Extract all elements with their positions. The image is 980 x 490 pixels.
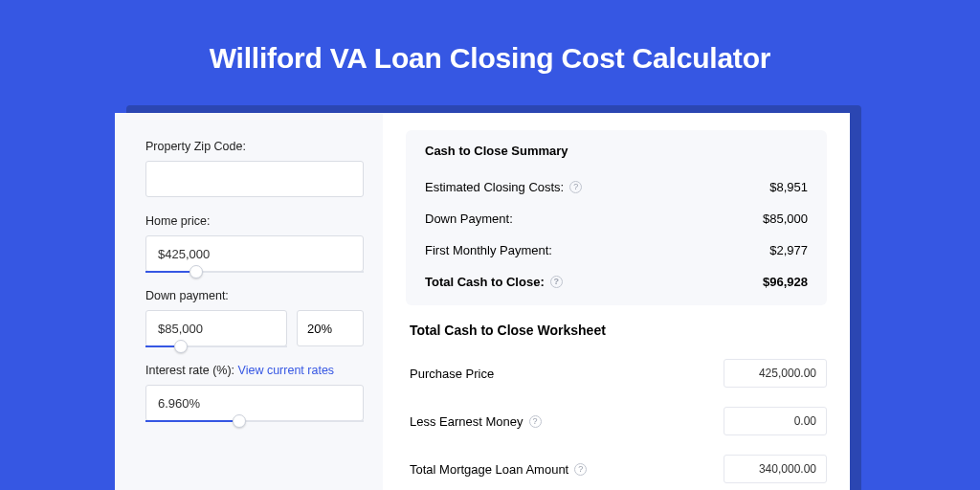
zip-label: Property Zip Code: xyxy=(145,140,364,153)
interest-rate-label: Interest rate (%): View current rates xyxy=(145,364,364,377)
home-price-slider[interactable] xyxy=(145,235,364,272)
interest-rate-field: Interest rate (%): View current rates xyxy=(145,364,364,421)
summary-total-label: Total Cash to Close: xyxy=(425,275,545,289)
summary-panel: Cash to Close Summary Estimated Closing … xyxy=(406,130,827,305)
interest-rate-label-text: Interest rate (%): xyxy=(145,364,234,377)
zip-field: Property Zip Code: xyxy=(145,140,364,197)
summary-row: Down Payment: $85,000 xyxy=(425,203,808,234)
worksheet-row-label: Total Mortgage Loan Amount xyxy=(410,462,568,477)
worksheet-row-label: Less Earnest Money xyxy=(410,414,523,429)
down-payment-label: Down payment: xyxy=(145,289,364,302)
help-icon[interactable]: ? xyxy=(550,276,563,288)
results-panel: Cash to Close Summary Estimated Closing … xyxy=(383,113,850,490)
down-payment-input[interactable] xyxy=(145,310,287,346)
summary-row-value: $8,951 xyxy=(769,180,808,194)
summary-total-value: $96,928 xyxy=(763,275,808,289)
summary-total-row: Total Cash to Close: ? $96,928 xyxy=(425,266,808,298)
slider-fill xyxy=(145,345,174,347)
calculator-card: Property Zip Code: Home price: Down paym… xyxy=(115,113,850,490)
down-payment-pct-input[interactable] xyxy=(297,310,364,346)
help-icon[interactable]: ? xyxy=(569,181,582,193)
summary-row-label: First Monthly Payment: xyxy=(425,243,552,257)
slider-thumb[interactable] xyxy=(233,414,246,428)
summary-row: Estimated Closing Costs: ? $8,951 xyxy=(425,171,808,203)
home-price-field: Home price: xyxy=(145,214,364,272)
down-payment-slider[interactable] xyxy=(145,310,287,346)
worksheet-row-input[interactable] xyxy=(724,407,827,435)
help-icon[interactable]: ? xyxy=(574,463,587,476)
summary-row-value: $85,000 xyxy=(763,212,808,226)
summary-row-label: Estimated Closing Costs: xyxy=(425,180,564,194)
page-title: Williford VA Loan Closing Cost Calculato… xyxy=(0,0,980,75)
zip-input[interactable] xyxy=(145,161,364,197)
slider-fill xyxy=(145,271,189,273)
summary-row: First Monthly Payment: $2,977 xyxy=(425,234,808,266)
worksheet-row-input[interactable] xyxy=(724,455,827,483)
down-payment-field: Down payment: xyxy=(145,289,364,346)
inputs-panel: Property Zip Code: Home price: Down paym… xyxy=(115,113,383,490)
slider-thumb[interactable] xyxy=(189,265,203,278)
summary-row-value: $2,977 xyxy=(769,243,808,257)
slider-fill xyxy=(145,420,233,422)
worksheet-row: Less Earnest Money ? xyxy=(406,401,827,441)
worksheet-title: Total Cash to Close Worksheet xyxy=(410,323,827,338)
view-rates-link[interactable]: View current rates xyxy=(238,364,335,377)
slider-thumb[interactable] xyxy=(174,340,188,353)
worksheet-row: Purchase Price xyxy=(406,353,827,393)
home-price-input[interactable] xyxy=(145,235,364,272)
worksheet-row: Total Mortgage Loan Amount ? xyxy=(406,449,827,489)
help-icon[interactable]: ? xyxy=(529,415,542,428)
summary-title: Cash to Close Summary xyxy=(425,144,808,158)
summary-row-label: Down Payment: xyxy=(425,212,513,226)
interest-rate-input[interactable] xyxy=(145,385,364,421)
worksheet-row-input[interactable] xyxy=(724,359,827,388)
home-price-label: Home price: xyxy=(145,214,364,228)
worksheet-row-label: Purchase Price xyxy=(410,367,494,381)
interest-rate-slider[interactable] xyxy=(145,385,364,421)
